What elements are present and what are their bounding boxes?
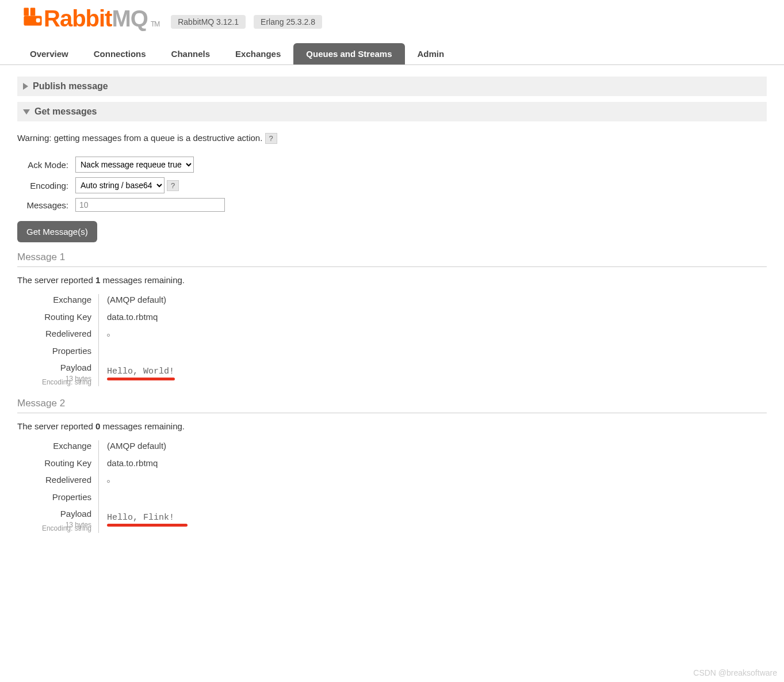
- payload-label: Payload: [17, 508, 91, 520]
- message-1-values: (AMQP default) data.to.rbtmq Hello, Worl…: [99, 294, 767, 386]
- message-2-title: Message 2: [17, 398, 767, 410]
- header: RabbitMQ TM RabbitMQ 3.12.1 Erlang 25.3.…: [0, 0, 784, 35]
- payload-value: Hello, Flink!: [107, 513, 767, 523]
- message-2-values: (AMQP default) data.to.rbtmq Hello, Flin…: [99, 440, 767, 532]
- publish-section-header[interactable]: Publish message: [17, 77, 767, 96]
- messages-label: Messages:: [17, 196, 72, 214]
- redelivered-label: Redelivered: [17, 328, 91, 340]
- svg-rect-1: [30, 7, 36, 16]
- payload-label: Payload: [17, 362, 91, 374]
- help-icon[interactable]: ?: [265, 133, 277, 144]
- rabbitmq-version-badge: RabbitMQ 3.12.1: [171, 15, 246, 29]
- message-1-labels: Exchange Routing Key Redelivered Propert…: [17, 294, 99, 386]
- redelivered-value: [107, 475, 767, 486]
- exchange-label: Exchange: [17, 294, 91, 306]
- svg-rect-3: [36, 18, 40, 22]
- rabbitmq-logo-icon: [23, 7, 43, 32]
- exchange-value: (AMQP default): [107, 440, 767, 452]
- ack-mode-select[interactable]: Nack message requeue true: [75, 157, 194, 173]
- encoding-help-icon[interactable]: ?: [167, 180, 179, 191]
- logo-text-rabbit: Rabbit: [44, 6, 112, 32]
- routing-key-value: data.to.rbtmq: [107, 311, 767, 323]
- content: Publish message Get messages Warning: ge…: [0, 65, 784, 544]
- payload-encoding: Encoding: string: [17, 524, 91, 532]
- redelivered-circle-icon: [107, 480, 110, 483]
- logo-text-mq: MQ: [112, 6, 147, 32]
- tab-connections[interactable]: Connections: [81, 43, 159, 64]
- routing-key-label: Routing Key: [17, 311, 91, 323]
- properties-value: [107, 346, 767, 357]
- svg-rect-0: [24, 7, 29, 16]
- properties-label: Properties: [17, 492, 91, 503]
- message-2-labels: Exchange Routing Key Redelivered Propert…: [17, 440, 99, 532]
- tab-exchanges[interactable]: Exchanges: [223, 43, 293, 64]
- caret-right-icon: [23, 83, 28, 90]
- nav-tabs: Overview Connections Channels Exchanges …: [0, 43, 784, 65]
- messages-input[interactable]: [75, 198, 225, 212]
- tab-channels[interactable]: Channels: [159, 43, 223, 64]
- message-1-remaining: The server reported 1 messages remaining…: [17, 275, 767, 285]
- tab-queues[interactable]: Queues and Streams: [293, 43, 404, 64]
- warning-text: Warning: getting messages from a queue i…: [17, 133, 767, 144]
- redelivered-label: Redelivered: [17, 474, 91, 486]
- get-messages-form: Ack Mode: Nack message requeue true Enco…: [17, 154, 228, 214]
- exchange-label: Exchange: [17, 440, 91, 452]
- properties-value: [107, 492, 767, 504]
- message-1-details: Exchange Routing Key Redelivered Propert…: [17, 294, 767, 386]
- payload-value: Hello, World!: [107, 367, 767, 376]
- redelivered-value: [107, 329, 767, 340]
- ack-mode-label: Ack Mode:: [17, 154, 72, 175]
- version-badges: RabbitMQ 3.12.1 Erlang 25.3.2.8: [171, 15, 322, 29]
- get-messages-button[interactable]: Get Message(s): [17, 221, 97, 242]
- tab-overview[interactable]: Overview: [17, 43, 81, 64]
- get-section-header[interactable]: Get messages: [17, 102, 767, 121]
- caret-down-icon: [23, 109, 30, 115]
- properties-label: Properties: [17, 345, 91, 357]
- tab-admin[interactable]: Admin: [405, 43, 457, 64]
- message-2-details: Exchange Routing Key Redelivered Propert…: [17, 440, 767, 532]
- payload-encoding: Encoding: string: [17, 378, 91, 386]
- exchange-value: (AMQP default): [107, 294, 767, 306]
- redelivered-circle-icon: [107, 334, 110, 337]
- publish-section-title: Publish message: [33, 81, 108, 92]
- encoding-select[interactable]: Auto string / base64: [75, 177, 165, 193]
- divider: [17, 413, 767, 413]
- red-underline-annotation: [107, 378, 175, 380]
- encoding-label: Encoding:: [17, 175, 72, 196]
- routing-key-value: data.to.rbtmq: [107, 458, 767, 469]
- divider: [17, 266, 767, 267]
- red-underline-annotation: [107, 524, 188, 527]
- logo-tm: TM: [151, 20, 159, 28]
- logo[interactable]: RabbitMQ TM: [23, 6, 159, 32]
- routing-key-label: Routing Key: [17, 458, 91, 469]
- message-1-title: Message 1: [17, 252, 767, 264]
- erlang-version-badge: Erlang 25.3.2.8: [254, 15, 322, 29]
- message-2-remaining: The server reported 0 messages remaining…: [17, 421, 767, 431]
- get-section-title: Get messages: [35, 106, 97, 117]
